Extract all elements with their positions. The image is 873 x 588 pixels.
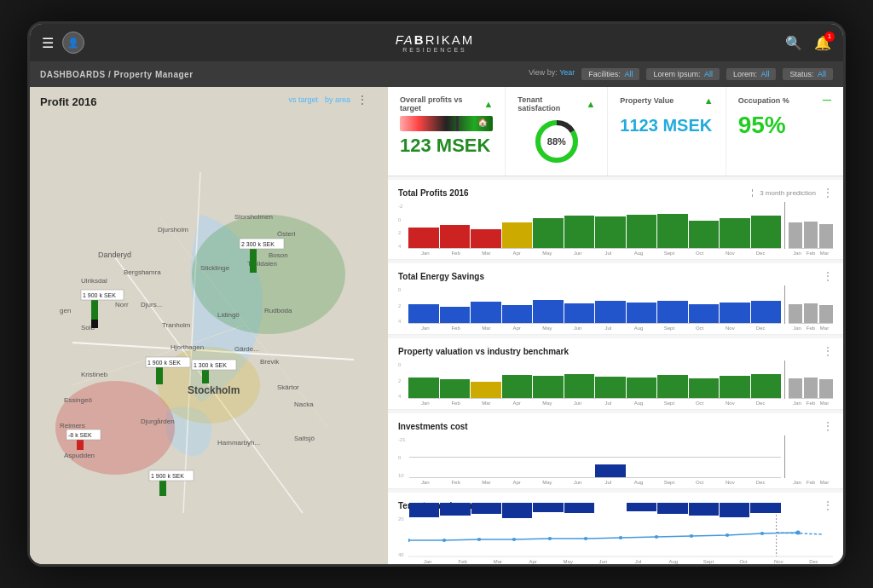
- search-icon[interactable]: 🔍: [785, 35, 802, 51]
- svg-text:-8 k SEK: -8 k SEK: [68, 432, 92, 438]
- status-filter[interactable]: Status: All: [783, 68, 833, 80]
- tenants-y-axis: 40 20: [398, 515, 408, 557]
- investments-header: Investments cost ⋮: [398, 420, 833, 432]
- kpi-property-value-text: 1123 MSEK: [620, 116, 713, 135]
- profits-y-axis: 4 2 0 -2: [398, 202, 408, 249]
- energy-chart: 4 2 0: [398, 285, 833, 324]
- investments-cost-section: Investments cost ⋮ 10 0 -21: [388, 413, 843, 489]
- svg-text:1 900 k SEK: 1 900 k SEK: [151, 473, 184, 479]
- by-area-link[interactable]: by area: [325, 95, 350, 104]
- bar-sept: [657, 214, 688, 249]
- valuation-y-axis: 4 2 0: [398, 360, 408, 399]
- svg-text:1 900 k SEK: 1 900 k SEK: [83, 292, 116, 298]
- tenants-chart: 40 20: [398, 515, 833, 557]
- energy-savings-title: Total Energy Savings: [398, 272, 484, 281]
- total-profits-chart: 4 2 0 -2: [398, 202, 833, 249]
- avatar[interactable]: 👤: [62, 32, 84, 54]
- logo-rikam: rikam: [425, 32, 475, 47]
- svg-text:1 300 k SEK: 1 300 k SEK: [194, 362, 227, 368]
- view-by-value[interactable]: Year: [559, 68, 575, 77]
- svg-text:Rudboda: Rudboda: [264, 307, 292, 314]
- svg-text:gen: gen: [60, 307, 71, 314]
- map-header: Profit 2016: [40, 94, 96, 109]
- svg-text:Kristineb: Kristineb: [81, 371, 108, 378]
- notification-badge: 1: [824, 32, 835, 42]
- logo-text: Fabrikam: [396, 32, 474, 47]
- profits-x-labels: Jan Feb Mar Apr May Jun Jul Aug Sept Oct…: [398, 249, 833, 256]
- property-valuation-title: Property valuation vs industry benchmark: [398, 347, 569, 356]
- svg-point-65: [512, 538, 516, 541]
- hamburger-icon[interactable]: ☰: [42, 35, 54, 51]
- svg-text:Lidingö: Lidingö: [217, 311, 240, 319]
- map-more-icon[interactable]: ⋮: [357, 94, 367, 106]
- bar-feb: [440, 225, 471, 248]
- notification-icon[interactable]: 🔔 1: [814, 35, 831, 51]
- profits-pred-labels: Jan Feb Mar: [789, 251, 833, 256]
- svg-point-66: [548, 537, 552, 540]
- investments-title: Investments cost: [398, 422, 468, 431]
- bar-aug: [627, 215, 657, 248]
- bar-may: [533, 218, 564, 248]
- svg-text:Norr: Norr: [115, 301, 129, 308]
- kpi-profit-trend: ▲: [483, 99, 493, 109]
- profits-month-labels: Jan Feb Mar Apr May Jun Jul Aug Sept Oct…: [408, 251, 778, 256]
- kpi-satisfaction: Tenant satisfaction ▲ 88%: [506, 87, 608, 176]
- profits-bars-pred: [789, 202, 833, 249]
- svg-text:Bergshamra: Bergshamra: [124, 268, 161, 276]
- investments-more[interactable]: ⋮: [823, 420, 833, 432]
- map-background: Danderyd Djursholm Storsholmen Österl Bo…: [30, 87, 388, 564]
- pred-bar-feb: [804, 222, 818, 248]
- svg-rect-39: [91, 320, 98, 328]
- svg-rect-48: [250, 247, 257, 273]
- svg-text:Saltsjö: Saltsjö: [294, 435, 315, 442]
- energy-savings-header: Total Energy Savings ⋮: [398, 270, 833, 282]
- lorem-filter[interactable]: Lorem: All: [726, 68, 777, 80]
- facilities-filter[interactable]: Facilities: All: [581, 68, 639, 80]
- top-navigation: ☰ 👤 Fabrikam Residences 🔍 🔔 1: [30, 24, 843, 61]
- svg-point-69: [655, 535, 658, 539]
- breadcrumb-bar: DASHBOARDS / Property Manager View by: Y…: [30, 61, 843, 87]
- kpi-occupation-trend: —: [823, 95, 831, 105]
- svg-text:Ulriksdal: Ulriksdal: [81, 277, 107, 285]
- energy-more[interactable]: ⋮: [823, 270, 833, 282]
- bar-jan: [408, 228, 439, 248]
- device-frame: ☰ 👤 Fabrikam Residences 🔍 🔔 1: [27, 21, 846, 567]
- avatar-icon: 👤: [67, 37, 79, 49]
- filter-tabs: View by: Year Facilities: All Lorem Ipsu…: [529, 68, 833, 80]
- investments-bars-main: [409, 435, 781, 478]
- map-controls: vs target by area ⋮: [288, 94, 367, 106]
- svg-text:Djursholm: Djursholm: [158, 226, 188, 233]
- right-panels: Overall profits vs target ▲ 🏠 123 MSEK T…: [388, 87, 843, 564]
- kpi-property-value: Property Value ▲ 1123 MSEK: [608, 87, 726, 176]
- nav-right: 🔍 🔔 1: [785, 35, 831, 51]
- svg-rect-38: [91, 298, 98, 320]
- logo-subtitle: Residences: [396, 47, 474, 53]
- lorem-ipsum-filter[interactable]: Lorem Ipsum: All: [646, 68, 720, 80]
- vs-target-link[interactable]: vs target: [288, 95, 318, 104]
- profit-bar: 🏠: [400, 116, 493, 131]
- svg-text:Danderyd: Danderyd: [98, 251, 131, 259]
- y-axis-spacer: [398, 249, 408, 256]
- svg-text:Essingeö: Essingeö: [64, 396, 92, 404]
- svg-text:Österl: Österl: [277, 230, 296, 238]
- tenants-line-svg: [408, 515, 833, 557]
- svg-point-70: [690, 534, 693, 538]
- valuation-x-labels: JanFebMarAprMayJunJulAugSeptOctNovDec Ja…: [398, 399, 833, 406]
- svg-text:Hammarbyh...: Hammarbyh...: [217, 439, 260, 447]
- pred-bar-mar: [819, 224, 833, 248]
- tenants-more[interactable]: ⋮: [823, 499, 833, 511]
- valuation-more[interactable]: ⋮: [823, 345, 833, 357]
- total-profits-more[interactable]: ⋮: [823, 187, 833, 199]
- main-content: Profit 2016 vs target by area ⋮: [30, 87, 843, 564]
- nav-left: ☰ 👤: [42, 32, 84, 54]
- kpi-property-title: Property Value: [620, 96, 674, 105]
- svg-point-67: [584, 537, 587, 540]
- bar-oct: [689, 221, 720, 248]
- svg-rect-54: [159, 479, 166, 496]
- svg-text:Tranholm: Tranholm: [162, 321, 191, 329]
- svg-text:Sticklinge: Sticklinge: [200, 264, 230, 272]
- total-profits-controls: 3 month prediction ⋮: [752, 187, 833, 199]
- profit-target-marker: [456, 116, 459, 131]
- svg-text:Djurs...: Djurs...: [141, 301, 162, 308]
- svg-rect-45: [202, 368, 209, 383]
